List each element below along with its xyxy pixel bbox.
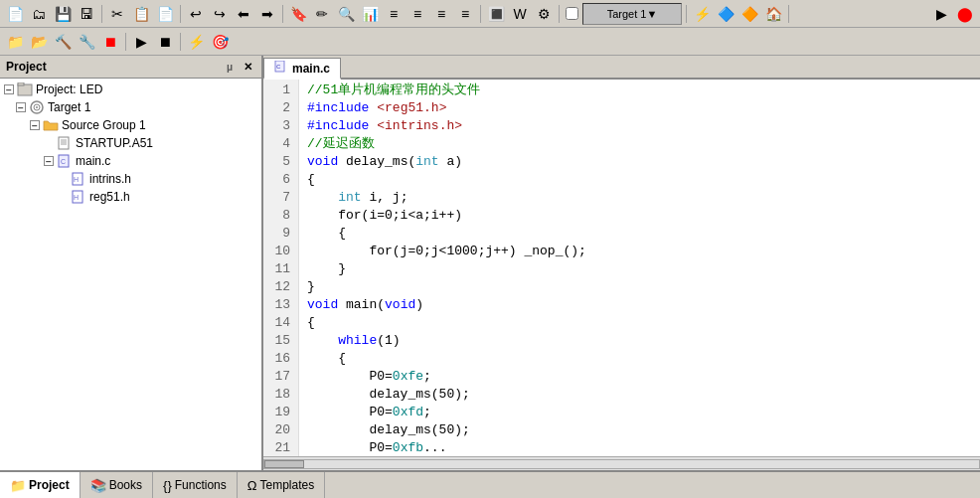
dbg-start-btn[interactable]: ▶: [130, 31, 152, 53]
code-line-22: delay_ms(50);: [307, 421, 972, 439]
tree-item-main-c[interactable]: − C main.c: [0, 152, 261, 170]
svg-point-4: [36, 106, 38, 108]
chart-btn[interactable]: 📊: [359, 3, 381, 25]
run-btn[interactable]: ▶: [930, 3, 952, 25]
svg-rect-5: [59, 137, 69, 149]
undo-btn[interactable]: ↩: [185, 3, 207, 25]
target-checkbox[interactable]: [566, 7, 578, 20]
bottom-tab-templates[interactable]: Ω Templates: [238, 472, 325, 498]
code-line-8: for(i=0;i<a;i++): [307, 207, 972, 225]
extra2-btn[interactable]: 🔷: [715, 3, 736, 25]
find-btn[interactable]: 🔍: [335, 3, 357, 25]
templates-tab-icon: Ω: [247, 478, 257, 493]
code-line-3: #include <intrins.h>: [307, 117, 972, 135]
code-line-1: //51单片机编程常用的头文件: [307, 82, 972, 99]
header-file-icon-reg51: H: [70, 189, 87, 205]
project-panel: Project μ ✕ − Project: LED − Targ: [0, 56, 263, 470]
expand-main-c[interactable]: −: [42, 156, 56, 167]
code-line-10: for(j=0;j<1000;j++) _nop_();: [307, 243, 972, 260]
expand-target[interactable]: −: [14, 102, 28, 113]
outdent2-btn[interactable]: ≡: [454, 3, 476, 25]
target-label: Target 1: [607, 8, 647, 20]
extra3-btn[interactable]: 🔶: [738, 3, 760, 25]
save-all-btn[interactable]: 🖫: [76, 3, 97, 25]
project-tab-label: Project: [29, 478, 70, 492]
editor-tab-bar: C main.c: [263, 56, 980, 80]
code-line-15: void main(void): [307, 296, 972, 314]
code-area[interactable]: 1234567891011121314151617181920212223 //…: [263, 80, 980, 456]
expand-project[interactable]: −: [2, 84, 16, 95]
close-panel-icon[interactable]: ✕: [240, 59, 255, 75]
tree-item-source-group[interactable]: − Source Group 1: [0, 116, 261, 134]
new-file-btn[interactable]: 📄: [4, 3, 26, 25]
code-line-19: P0=0xfe;: [307, 368, 972, 386]
project-tab-icon: 📁: [10, 478, 26, 493]
functions-tab-label: Functions: [175, 478, 227, 492]
target-options-btn[interactable]: 🎯: [209, 31, 231, 53]
asm-file-icon: [56, 135, 74, 151]
extra4-btn[interactable]: 🏠: [762, 3, 784, 25]
tab-label: main.c: [292, 62, 330, 76]
tree-item-startup[interactable]: STARTUP.A51: [0, 134, 261, 152]
cut-btn[interactable]: ✂: [106, 3, 128, 25]
sep6: [686, 5, 687, 23]
tree-item-reg51[interactable]: H reg51.h: [0, 188, 261, 206]
code-line-13: }: [307, 278, 972, 296]
editor-scrollbar[interactable]: [263, 456, 980, 470]
indent2-btn[interactable]: ≡: [430, 3, 452, 25]
paste-btn[interactable]: 📄: [154, 3, 176, 25]
books-tab-label: Books: [109, 478, 142, 492]
expand-source-group[interactable]: −: [28, 120, 42, 131]
bottom-tab-books[interactable]: 📚 Books: [81, 472, 153, 498]
toolbar-top: 📄 🗂 💾 🖫 ✂ 📋 📄 ↩ ↪ ⬅ ➡ 🔖 ✏ 🔍 📊 ≡ ≡ ≡ ≡ 🔳 …: [0, 0, 980, 28]
tree-item-target[interactable]: − Target 1: [0, 98, 261, 116]
w1-btn[interactable]: W: [509, 3, 531, 25]
indent-btn[interactable]: ≡: [383, 3, 405, 25]
back-btn[interactable]: ⬅: [233, 3, 254, 25]
extra1-btn[interactable]: ⚡: [691, 3, 713, 25]
open-proj-btn[interactable]: 📂: [28, 31, 50, 53]
code-line-9: {: [307, 225, 972, 243]
scrollbar-track[interactable]: [263, 459, 980, 469]
save-btn[interactable]: 💾: [52, 3, 74, 25]
folder-icon: [42, 117, 60, 133]
tree-area: − Project: LED − Target 1 − S: [0, 79, 261, 470]
sep1: [101, 5, 102, 23]
code-lines[interactable]: //51单片机编程常用的头文件#include <reg51.h>#includ…: [299, 80, 980, 456]
intrins-label: intrins.h: [89, 172, 131, 186]
w2-btn[interactable]: ⚙: [533, 3, 555, 25]
redo-btn[interactable]: ↪: [209, 3, 231, 25]
bottom-tabbar: 📁 Project 📚 Books {} Functions Ω Templat…: [0, 470, 980, 498]
forward-btn[interactable]: ➡: [256, 3, 278, 25]
bottom-tab-functions[interactable]: {} Functions: [153, 472, 238, 498]
build-btn[interactable]: 🔨: [52, 31, 74, 53]
tree-item-project[interactable]: − Project: LED: [0, 81, 261, 98]
copy-btn[interactable]: 📋: [130, 3, 152, 25]
bookmark-btn[interactable]: 🔖: [287, 3, 309, 25]
outdent-btn[interactable]: ≡: [407, 3, 428, 25]
new-proj-btn[interactable]: 📁: [4, 31, 26, 53]
stop-btn[interactable]: ⏹: [99, 31, 121, 53]
main-layout: Project μ ✕ − Project: LED − Targ: [0, 56, 980, 470]
editor-tab-main-c[interactable]: C main.c: [263, 58, 341, 80]
scrollbar-thumb[interactable]: [264, 460, 304, 468]
sep4: [480, 5, 481, 23]
rebuild-btn[interactable]: 🔧: [76, 31, 97, 53]
functions-tab-icon: {}: [163, 478, 172, 493]
bottom-tab-project[interactable]: 📁 Project: [0, 472, 81, 498]
header-file-icon-intrins: H: [70, 171, 87, 187]
source-group-label: Source Group 1: [62, 118, 146, 132]
edit-btn[interactable]: ✏: [311, 3, 333, 25]
code-line-21: P0=0xfd;: [307, 404, 972, 421]
pin-icon[interactable]: μ: [222, 59, 238, 75]
debug-icon-btn[interactable]: 🔳: [485, 3, 507, 25]
panel-title: Project: [6, 60, 47, 74]
flash-btn[interactable]: ⚡: [185, 31, 207, 53]
dbg-stop-btn[interactable]: ⏹: [154, 31, 176, 53]
rec-btn[interactable]: ⬤: [954, 3, 976, 25]
code-line-5: void delay_ms(int a): [307, 153, 972, 171]
line-numbers: 1234567891011121314151617181920212223: [263, 80, 299, 456]
open-btn[interactable]: 🗂: [28, 3, 50, 25]
tree-item-intrins[interactable]: H intrins.h: [0, 170, 261, 188]
target-selector[interactable]: Target 1 ▼: [582, 3, 682, 25]
